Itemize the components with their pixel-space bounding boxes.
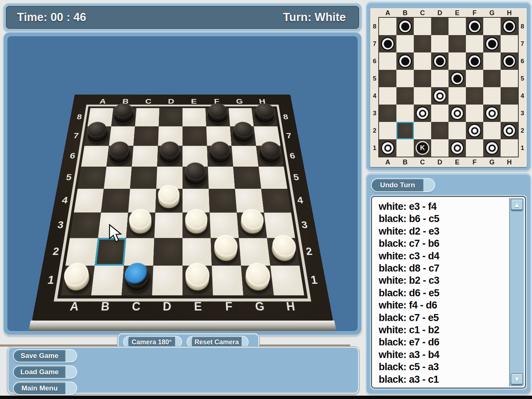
board-square-g2[interactable] (239, 238, 270, 266)
board-square-a5[interactable] (78, 167, 106, 189)
board-square-h4[interactable] (261, 189, 291, 212)
board-file-label: D (160, 98, 183, 105)
board-square-h5[interactable] (259, 167, 287, 189)
board-square-c2[interactable] (124, 238, 154, 266)
board-rank-label: 8 (71, 108, 88, 126)
minimap-square-b5 (396, 70, 414, 87)
board-rank-label: 3 (294, 212, 315, 238)
piece-black-h8[interactable] (254, 110, 274, 124)
board-square-g5[interactable] (233, 167, 261, 189)
board-square-f3[interactable] (210, 212, 239, 238)
piece-black-h6[interactable] (259, 148, 280, 164)
piece-white-e3[interactable] (185, 215, 207, 235)
board-square-f5[interactable] (208, 167, 235, 189)
time-label: Time: 00 : 46 (17, 11, 86, 24)
board-square-b5[interactable] (104, 167, 132, 189)
board-square-b1[interactable] (91, 266, 124, 296)
minimap-piece-black-f6 (468, 54, 481, 68)
board-square-a4[interactable] (74, 189, 104, 212)
reset-camera-button[interactable]: Reset Camera (187, 337, 248, 348)
piece-black-e5[interactable] (185, 169, 206, 186)
camera-180-button[interactable]: Camera 180° (124, 337, 181, 348)
scroll-up-button[interactable]: ▲ (511, 199, 523, 211)
move-entry: black: e7 - d6 (379, 336, 506, 348)
minimap-square-a2 (379, 122, 396, 139)
board-square-d3[interactable] (154, 212, 183, 238)
piece-white-a1[interactable] (64, 269, 91, 292)
minimap-square-h4 (501, 87, 518, 105)
minimap-square-h5 (501, 70, 518, 87)
piece-black-a7[interactable] (87, 128, 108, 144)
piece-white-f2[interactable] (214, 241, 238, 263)
main-menu-button[interactable]: Main Menu (14, 382, 76, 394)
piece-white-c3[interactable] (129, 215, 152, 235)
board-square-d1[interactable] (152, 266, 183, 296)
board-file-label: G (228, 98, 252, 105)
board-square-f1[interactable] (212, 266, 243, 296)
minimap-square-g4 (483, 87, 501, 105)
board-square-g6[interactable] (232, 146, 259, 167)
piece-white-e1[interactable] (185, 269, 209, 292)
move-entry: white: c3 - d4 (379, 250, 506, 262)
piece-white-h2[interactable] (270, 241, 296, 263)
board-file-label: C (120, 300, 152, 314)
board-square-c8[interactable] (135, 108, 159, 126)
minimap-piece-white-d4 (433, 89, 447, 103)
minimap-square-f5 (466, 70, 483, 87)
save-game-button[interactable]: Save Game (14, 350, 76, 362)
minimap-rank-labels-left: 87654321 (370, 18, 379, 157)
move-list-scrollbar[interactable]: ▲ ▼ (509, 198, 524, 386)
board-square-b2[interactable] (95, 238, 126, 266)
piece-black-c1-king[interactable] (125, 269, 150, 292)
board-rank-label: 7 (280, 126, 298, 146)
board-square-c7[interactable] (133, 126, 158, 146)
checkers-board-3d[interactable]: AABBCCDDEEFFGGHH8877665544332211 (32, 95, 333, 321)
board-rank-label: 1 (39, 266, 62, 296)
board-square-b3[interactable] (98, 212, 128, 238)
board-file-label: A (58, 300, 91, 314)
board-square-e8[interactable] (183, 108, 206, 126)
board-file-label: B (89, 300, 121, 314)
move-entry: black: b6 - c5 (379, 213, 506, 225)
board-square-b4[interactable] (101, 189, 130, 212)
minimap-piece-white-g3 (485, 106, 499, 120)
board-square-d8[interactable] (159, 108, 183, 126)
minimap-piece-white-a1 (381, 141, 395, 155)
minimap-square-a8 (379, 18, 396, 35)
move-list-box: white: e3 - f4black: b6 - c5white: d2 - … (371, 196, 526, 389)
board-square-a3[interactable] (70, 212, 101, 238)
minimap-square-d1 (431, 139, 449, 157)
minimap-square-h3 (501, 105, 518, 122)
minimap-piece-black-b8 (398, 20, 412, 33)
minimap-square-a4 (379, 87, 396, 105)
minimap-square-e8 (449, 18, 466, 35)
piece-black-b6[interactable] (109, 148, 131, 164)
piece-black-f8[interactable] (208, 110, 227, 124)
piece-black-b8[interactable] (114, 110, 134, 124)
board-square-c6[interactable] (132, 146, 158, 167)
piece-black-g7[interactable] (232, 128, 253, 144)
minimap-square-a6 (379, 52, 396, 70)
piece-black-f6[interactable] (209, 148, 230, 164)
board-square-e2[interactable] (183, 238, 212, 266)
board-square-f4[interactable] (209, 189, 237, 212)
board-square-a6[interactable] (81, 146, 109, 167)
board-square-d2[interactable] (153, 238, 183, 266)
scroll-down-button[interactable]: ▼ (511, 373, 523, 386)
undo-turn-button[interactable]: Undo Turn (372, 179, 434, 191)
move-entry: white: e3 - f4 (379, 201, 506, 213)
load-game-button[interactable]: Load Game (14, 366, 76, 378)
minimap-file-labels-top: ABCDEFGH (379, 8, 518, 18)
piece-white-g3[interactable] (240, 215, 263, 235)
minimap-piece-black-h8 (502, 20, 516, 33)
board-file-label: H (274, 300, 307, 314)
piece-black-d6[interactable] (160, 148, 180, 164)
piece-white-g1[interactable] (244, 269, 270, 292)
piece-white-d4[interactable] (158, 191, 180, 210)
board-rank-label: 2 (299, 238, 320, 266)
board-square-e7[interactable] (183, 126, 207, 146)
board-square-h3[interactable] (264, 212, 295, 238)
board-square-a2[interactable] (65, 238, 98, 266)
board-square-h1[interactable] (270, 266, 304, 296)
board-square-c5[interactable] (130, 167, 157, 189)
